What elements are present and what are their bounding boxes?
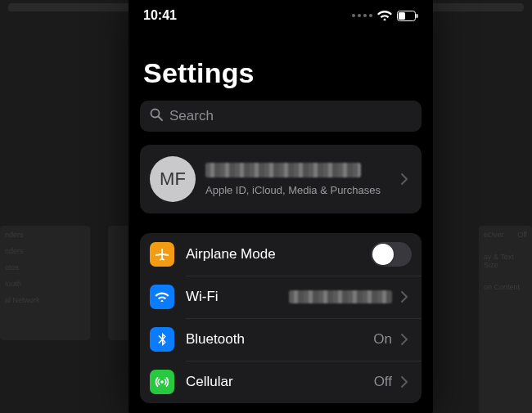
account-subtitle: Apple ID, iCloud, Media & Purchases	[205, 184, 397, 197]
wifi-icon	[150, 285, 174, 309]
airplane-mode-row[interactable]: Airplane Mode	[140, 233, 422, 276]
chevron-right-icon	[397, 291, 412, 303]
cellular-value: Off	[374, 374, 392, 390]
cellular-icon	[150, 370, 174, 394]
bluetooth-icon	[150, 327, 174, 352]
status-bar: 10:41	[128, 0, 433, 26]
search-icon	[150, 108, 163, 124]
wifi-row[interactable]: Wi-Fi	[140, 276, 422, 318]
phone-frame: 10:41 Settings MF	[128, 0, 433, 413]
chevron-right-icon	[397, 376, 412, 388]
bg-left-panel: nders nders otos tooth al Network	[0, 226, 90, 340]
wifi-status-icon	[377, 11, 392, 21]
bluetooth-row[interactable]: Bluetooth On	[140, 318, 422, 361]
account-row[interactable]: MF Apple ID, iCloud, Media & Purchases	[140, 145, 422, 213]
search-field[interactable]	[140, 101, 422, 132]
connectivity-card: Airplane Mode Wi-Fi Bluetooth On	[140, 233, 422, 403]
wifi-label: Wi-Fi	[186, 289, 289, 305]
airplane-label: Airplane Mode	[186, 246, 371, 263]
cellular-label: Cellular	[186, 374, 374, 390]
bluetooth-label: Bluetooth	[186, 331, 373, 348]
page-title: Settings	[143, 57, 422, 89]
wifi-value-redacted	[289, 290, 392, 303]
chevron-right-icon	[397, 334, 412, 345]
status-time: 10:41	[143, 8, 177, 23]
chevron-right-icon	[397, 173, 412, 185]
avatar: MF	[150, 156, 196, 202]
svg-point-5	[160, 380, 164, 384]
cell-signal-icon	[352, 14, 372, 17]
svg-line-4	[159, 117, 163, 121]
bluetooth-value: On	[373, 331, 392, 348]
svg-rect-2	[399, 12, 405, 20]
account-card: MF Apple ID, iCloud, Media & Purchases	[140, 145, 422, 213]
search-input[interactable]	[169, 108, 412, 124]
airplane-toggle[interactable]	[371, 242, 412, 267]
bg-right-panel: eOverOff ay & Text Size on Content	[479, 226, 532, 413]
cellular-row[interactable]: Cellular Off	[140, 361, 422, 403]
svg-rect-1	[417, 14, 418, 18]
battery-icon	[397, 11, 418, 21]
account-name-redacted	[205, 163, 361, 177]
airplane-icon	[150, 242, 174, 267]
